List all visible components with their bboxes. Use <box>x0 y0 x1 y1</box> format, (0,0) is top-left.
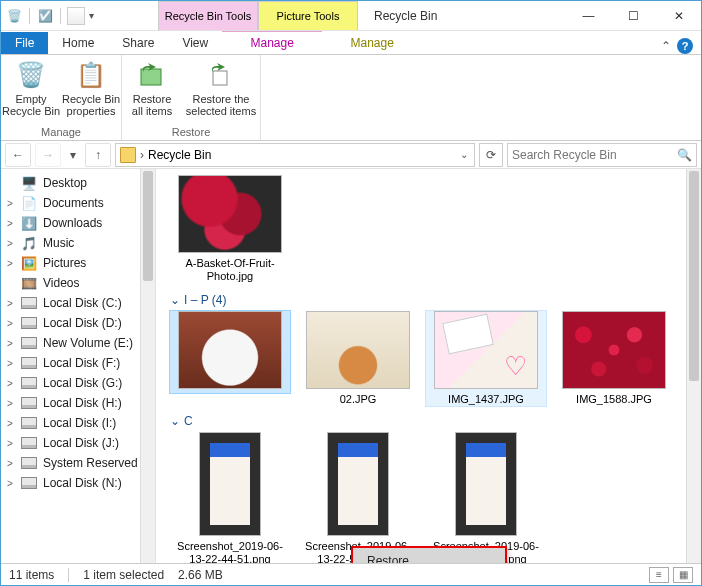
ribbon-group-restore: Restore all items Restore the selected i… <box>122 55 261 140</box>
file-thumbnail <box>327 432 389 536</box>
content-scrollbar[interactable] <box>686 169 701 563</box>
tree-expand-icon[interactable]: > <box>5 478 15 489</box>
file-item[interactable]: IMG_1588.JPG <box>554 311 674 406</box>
address-dropdown-icon[interactable]: ⌄ <box>460 149 468 160</box>
tree-expand-icon[interactable]: > <box>5 318 15 329</box>
tab-manage-recyclebin[interactable]: Manage <box>222 31 322 54</box>
view-details-button[interactable]: ≡ <box>649 567 669 583</box>
tab-manage-picture[interactable]: Manage <box>322 32 422 54</box>
recycle-bin-icon <box>120 147 136 163</box>
restore-selected-button[interactable]: Restore the selected items <box>182 55 260 124</box>
group-header-ip[interactable]: ⌄ I – P (4) <box>170 293 691 307</box>
tree-item[interactable]: >Local Disk (C:) <box>1 293 155 313</box>
navigation-pane[interactable]: 🖥️Desktop>📄Documents>⬇️Downloads>🎵Music>… <box>1 169 156 563</box>
tree-expand-icon[interactable]: > <box>5 398 15 409</box>
tree-item[interactable]: >🎵Music <box>1 233 155 253</box>
tree-item[interactable]: >Local Disk (G:) <box>1 373 155 393</box>
tree-expand-icon[interactable]: > <box>5 458 15 469</box>
file-thumbnail <box>434 311 538 389</box>
tab-file[interactable]: File <box>1 32 48 54</box>
tab-share[interactable]: Share <box>108 32 168 54</box>
breadcrumb-root[interactable]: Recycle Bin <box>148 148 211 162</box>
file-item[interactable] <box>170 311 290 393</box>
tree-item[interactable]: >Local Disk (N:) <box>1 473 155 493</box>
tree-item[interactable]: >Local Disk (H:) <box>1 393 155 413</box>
help-icon[interactable]: ? <box>677 38 693 54</box>
qat-separator <box>60 8 61 24</box>
file-item[interactable]: A-Basket-Of-Fruit-Photo.jpg <box>170 175 290 283</box>
context-menu: Restore Cut Delete Properties <box>352 547 506 563</box>
address-bar[interactable]: › Recycle Bin ⌄ <box>115 143 475 167</box>
view-thumbnails-button[interactable]: ▦ <box>673 567 693 583</box>
chevron-down-icon: ⌄ <box>170 414 180 428</box>
tree-item[interactable]: >System Reserved <box>1 453 155 473</box>
tree-item[interactable]: >⬇️Downloads <box>1 213 155 233</box>
title-bar: 🗑️ ☑️ ▾ Recycle Bin Tools Picture Tools … <box>1 1 701 31</box>
tree-expand-icon[interactable]: > <box>5 298 15 309</box>
breadcrumb-separator: › <box>140 148 144 162</box>
tree-expand-icon[interactable]: > <box>5 218 15 229</box>
tree-expand-icon[interactable]: > <box>5 258 15 269</box>
tree-item-label: Local Disk (F:) <box>43 356 120 370</box>
search-box[interactable]: Search Recycle Bin 🔍 <box>507 143 697 167</box>
tab-view[interactable]: View <box>168 32 222 54</box>
file-item[interactable]: Screenshot_2019-06-13-22-56-05.png <box>298 432 418 563</box>
empty-recycle-bin-button[interactable]: 🗑️ Empty Recycle Bin <box>1 55 61 124</box>
tool-tab-picture[interactable]: Picture Tools <box>258 1 358 30</box>
tree-item[interactable]: >Local Disk (D:) <box>1 313 155 333</box>
nav-forward-button[interactable]: → <box>35 143 61 167</box>
recycle-bin-properties-button[interactable]: 📋 Recycle Bin properties <box>61 55 121 124</box>
file-item[interactable]: 02.JPG <box>298 311 418 406</box>
restore-all-button[interactable]: Restore all items <box>122 55 182 124</box>
tree-expand-icon[interactable]: > <box>5 418 15 429</box>
file-thumbnail <box>306 311 410 389</box>
minimize-button[interactable]: — <box>566 2 611 30</box>
qat-new-folder-icon[interactable] <box>67 7 85 25</box>
search-placeholder: Search Recycle Bin <box>512 148 617 162</box>
tree-item-label: Local Disk (J:) <box>43 436 119 450</box>
content-scrollbar-thumb[interactable] <box>689 171 699 381</box>
tree-item[interactable]: >Local Disk (J:) <box>1 433 155 453</box>
qat-customize-dropdown[interactable]: ▾ <box>89 10 94 21</box>
tree-item[interactable]: >Local Disk (F:) <box>1 353 155 373</box>
tree-expand-icon[interactable]: > <box>5 238 15 249</box>
file-row: Screenshot_2019-06-13-22-44-51.pngScreen… <box>170 432 691 563</box>
group-header-label-partial: C <box>184 414 193 428</box>
nav-recent-dropdown[interactable]: ▾ <box>65 143 81 167</box>
tree-item[interactable]: 🖥️Desktop <box>1 173 155 193</box>
tree-item[interactable]: >New Volume (E:) <box>1 333 155 353</box>
nav-back-button[interactable]: ← <box>5 143 31 167</box>
desktop-icon: 🖥️ <box>21 175 37 191</box>
tree-expand-icon[interactable]: > <box>5 378 15 389</box>
tree-expand-icon[interactable]: > <box>5 198 15 209</box>
nav-up-button[interactable]: ↑ <box>85 143 111 167</box>
drive-icon <box>21 375 37 391</box>
app-icon[interactable]: 🗑️ <box>5 7 23 25</box>
tree-item[interactable]: 🎞️Videos <box>1 273 155 293</box>
group-header-c[interactable]: ⌄ C <box>170 414 691 428</box>
tree-item[interactable]: >Local Disk (I:) <box>1 413 155 433</box>
file-thumbnail <box>178 175 282 253</box>
tree-item[interactable]: >📄Documents <box>1 193 155 213</box>
doc-icon: 📄 <box>21 195 37 211</box>
refresh-button[interactable]: ⟳ <box>479 143 503 167</box>
file-item[interactable]: Screenshot_2019-06-13-22-56-15.png <box>426 432 546 563</box>
context-menu-restore[interactable]: Restore <box>353 548 505 563</box>
tree-expand-icon[interactable]: > <box>5 358 15 369</box>
status-separator <box>68 568 69 582</box>
tree-expand-icon[interactable]: > <box>5 338 15 349</box>
tree-expand-icon[interactable]: > <box>5 438 15 449</box>
tree-item-label: Documents <box>43 196 104 210</box>
maximize-button[interactable]: ☐ <box>611 2 656 30</box>
close-button[interactable]: ✕ <box>656 2 701 30</box>
ribbon-collapse-icon[interactable]: ⌃ <box>661 39 671 53</box>
tree-scrollbar-thumb[interactable] <box>143 171 153 281</box>
file-item[interactable]: Screenshot_2019-06-13-22-44-51.png <box>170 432 290 563</box>
file-item[interactable]: IMG_1437.JPG <box>426 311 546 406</box>
qat-properties-icon[interactable]: ☑️ <box>36 7 54 25</box>
tab-home[interactable]: Home <box>48 32 108 54</box>
tree-scrollbar[interactable] <box>140 169 155 563</box>
tree-item[interactable]: >🖼️Pictures <box>1 253 155 273</box>
content-pane[interactable]: A-Basket-Of-Fruit-Photo.jpg ⌄ I – P (4) … <box>156 169 701 563</box>
tool-tab-recyclebin[interactable]: Recycle Bin Tools <box>158 1 258 30</box>
